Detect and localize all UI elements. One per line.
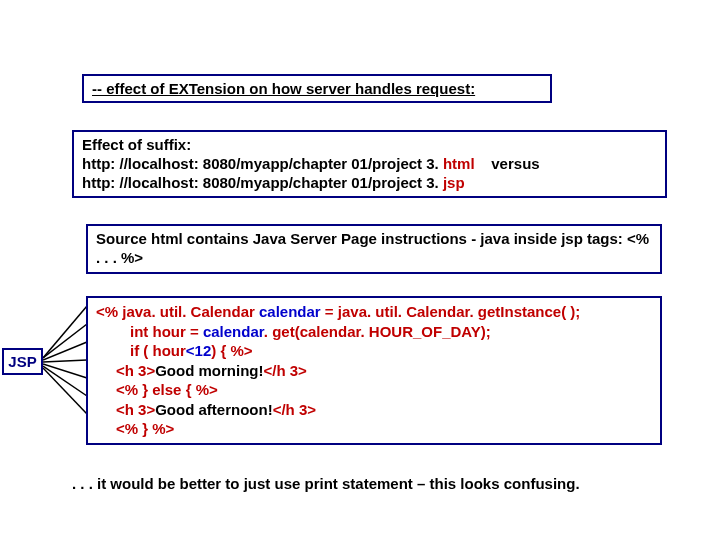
svg-line-6: [43, 368, 87, 414]
c1b: calendar: [259, 303, 321, 320]
c4c: </h 3>: [264, 362, 307, 379]
svg-line-5: [43, 366, 87, 396]
c2c: . get(calendar. HOUR_OF_DAY);: [264, 323, 491, 340]
svg-line-2: [43, 342, 87, 360]
title-box: -- effect of EXTension on how server han…: [82, 74, 552, 103]
c6a: <h 3>: [116, 401, 155, 418]
footer-text: . . . it would be better to just use pri…: [72, 475, 580, 492]
code-line-3: if ( hour<12) { %>: [96, 341, 652, 361]
title-text: -- effect of EXTension on how server han…: [92, 80, 475, 97]
svg-line-3: [43, 360, 87, 362]
url1-pre: http: //localhost: 8080/myapp/chapter 01…: [82, 155, 443, 172]
suffix-box: Effect of suffix: http: //localhost: 808…: [72, 130, 667, 198]
svg-line-0: [43, 306, 87, 358]
code-line-2: int hour = calendar. get(calendar. HOUR_…: [96, 322, 652, 342]
code-box: <% java. util. Calendar calendar = java.…: [86, 296, 662, 445]
jsp-label-box: JSP: [2, 348, 43, 375]
suffix-heading: Effect of suffix:: [82, 136, 657, 155]
c3a: if ( hour: [130, 342, 186, 359]
code-line-1: <% java. util. Calendar calendar = java.…: [96, 302, 652, 322]
url2-ext: jsp: [443, 174, 465, 191]
suffix-line2: http: //localhost: 8080/myapp/chapter 01…: [82, 174, 657, 193]
svg-line-1: [43, 324, 87, 358]
c4a: <h 3>: [116, 362, 155, 379]
c2a: int hour =: [130, 323, 203, 340]
c6c: </h 3>: [273, 401, 316, 418]
c6b: Good afternoon!: [155, 401, 272, 418]
code-line-5: <% } else { %>: [96, 380, 652, 400]
code-line-7: <% } %>: [96, 419, 652, 439]
source-note-text: Source html contains Java Server Page in…: [96, 230, 649, 266]
c4b: Good morning!: [155, 362, 263, 379]
c3b: <12: [186, 342, 211, 359]
c3c: ) { %>: [211, 342, 252, 359]
suffix-line1: http: //localhost: 8080/myapp/chapter 01…: [82, 155, 657, 174]
svg-line-4: [43, 364, 87, 378]
url1-ext: html: [443, 155, 475, 172]
versus-text: versus: [491, 155, 539, 172]
c2b: calendar: [203, 323, 264, 340]
code-line-6: <h 3>Good afternoon!</h 3>: [96, 400, 652, 420]
url2-pre: http: //localhost: 8080/myapp/chapter 01…: [82, 174, 443, 191]
c1c: = java. util. Calendar. getInstance( );: [321, 303, 581, 320]
code-line-4: <h 3>Good morning!</h 3>: [96, 361, 652, 381]
source-note-box: Source html contains Java Server Page in…: [86, 224, 662, 274]
jsp-label-text: JSP: [8, 353, 36, 370]
c1a: <% java. util. Calendar: [96, 303, 259, 320]
